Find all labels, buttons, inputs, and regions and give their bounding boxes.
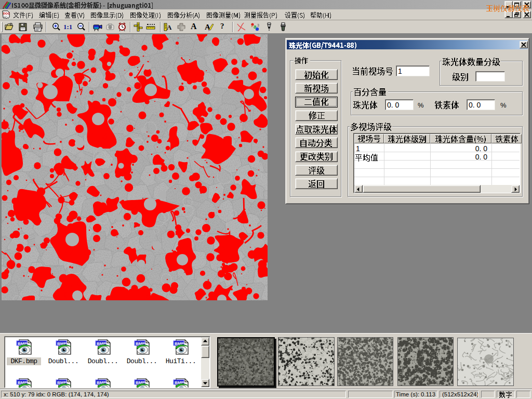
svg-text:A: A bbox=[167, 23, 172, 31]
svg-text:a: a bbox=[254, 24, 257, 30]
svg-text:1: 1 bbox=[251, 24, 253, 28]
svg-text:3: 3 bbox=[257, 23, 259, 27]
svg-text:DOC: DOC bbox=[3, 12, 10, 15]
